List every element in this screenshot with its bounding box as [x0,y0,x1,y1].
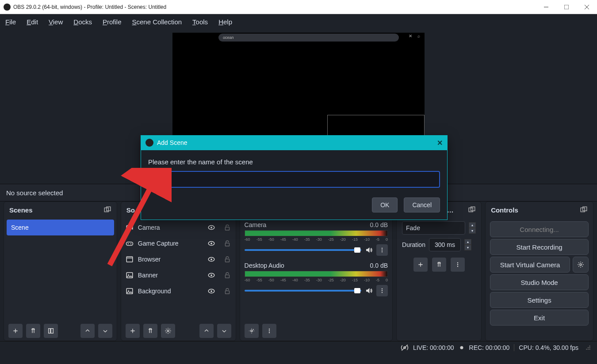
channel-menu-button[interactable] [376,285,388,296]
mixer-menu-button[interactable] [262,324,276,338]
popout-icon[interactable] [468,206,476,214]
resize-grip-icon[interactable] [586,345,591,350]
close-button[interactable] [577,0,597,14]
menu-view[interactable]: View [49,18,63,26]
svg-point-34 [210,290,212,292]
menu-docks[interactable]: Docks [73,18,92,26]
start-streaming-button[interactable]: Connecting... [490,221,589,237]
move-source-up-button[interactable] [199,324,214,338]
visibility-toggle[interactable] [207,255,215,263]
controls-dock: Controls Connecting... Start Recording S… [485,201,593,341]
scenes-dock: Scenes Scene [4,201,117,341]
settings-button[interactable]: Settings [490,292,589,308]
lock-toggle[interactable] [223,239,231,247]
ok-button[interactable]: OK [372,197,398,212]
popout-icon[interactable] [103,206,111,214]
add-source-button[interactable] [126,324,140,338]
menu-scene-collection[interactable]: Scene Collection [132,18,182,26]
svg-point-54 [457,266,458,267]
transition-spin[interactable]: ▴▾ [469,222,476,234]
add-transition-button[interactable] [413,258,428,272]
source-item[interactable]: Camera [121,220,236,235]
move-source-down-button[interactable] [217,324,231,338]
svg-point-53 [457,264,458,265]
maximize-button[interactable] [556,0,577,14]
svg-point-24 [210,258,212,260]
controls-title: Controls [491,206,518,214]
popout-icon[interactable] [580,206,588,214]
svg-point-40 [382,250,383,250]
cancel-button[interactable]: Cancel [404,197,440,212]
image-icon [126,271,134,279]
svg-point-42 [382,288,383,289]
obs-logo-icon [4,4,11,11]
stream-status-icon [401,344,409,352]
transition-menu-button[interactable] [451,258,465,272]
lock-toggle[interactable] [223,287,231,295]
svg-rect-25 [225,259,229,262]
source-item[interactable]: Game Capture [121,235,236,251]
sources-dock: So Camera Game Capture Browser Banner Ba… [121,201,236,341]
sources-list[interactable]: Camera Game Capture Browser Banner Backg… [121,218,236,321]
scene-name-input[interactable] [148,171,440,188]
menu-edit[interactable]: Edit [27,18,38,26]
speaker-icon[interactable] [365,246,373,254]
source-item[interactable]: Browser [121,251,236,267]
start-virtual-camera-button[interactable]: Start Virtual Camera [490,257,570,273]
record-status-icon [459,345,465,351]
virtual-camera-settings-button[interactable] [573,257,589,273]
remove-scene-button[interactable] [26,324,40,338]
move-scene-down-button[interactable] [98,324,112,338]
browser-close-icon: ✕ [409,34,412,38]
duration-spin[interactable]: ▴▾ [464,239,471,250]
visibility-toggle[interactable] [207,287,215,295]
lock-toggle[interactable] [223,271,231,279]
svg-point-29 [210,274,212,276]
volume-slider[interactable] [245,290,361,292]
duration-input[interactable]: 300 ms [429,238,461,251]
add-scene-button[interactable] [8,324,23,338]
start-recording-button[interactable]: Start Recording [490,239,589,255]
visibility-toggle[interactable] [207,224,215,231]
scene-item[interactable]: Scene [7,220,114,235]
visibility-toggle[interactable] [207,271,215,279]
channel-menu-button[interactable] [376,244,388,256]
speaker-icon[interactable] [365,287,373,295]
studio-mode-button[interactable]: Studio Mode [490,274,589,290]
window-titlebar: OBS 29.0.2 (64-bit, windows) - Profile: … [0,0,597,14]
transitions-dock: Scene Transiti… Fade ▴▾ Duration 300 ms … [396,201,482,341]
mixer-advanced-button[interactable] [245,324,259,338]
no-source-label: No source selected [6,189,63,197]
source-label: Background [138,288,171,295]
volume-slider[interactable] [245,249,361,251]
menu-tools[interactable]: Tools [192,18,208,26]
exit-button[interactable]: Exit [490,310,589,326]
menu-file[interactable]: File [5,18,16,26]
svg-point-65 [588,349,589,349]
remove-source-button[interactable] [143,324,157,338]
scenes-list[interactable]: Scene [4,218,117,321]
menu-profile[interactable]: Profile [103,18,122,26]
move-scene-up-button[interactable] [80,324,95,338]
channel-name: Camera [245,221,267,228]
svg-rect-11 [126,226,131,230]
source-item[interactable]: Banner [121,267,236,283]
source-item[interactable]: Background [121,283,236,299]
lock-toggle[interactable] [223,224,231,231]
svg-point-44 [382,292,383,293]
svg-point-27 [128,274,129,275]
vu-ticks: -60-55-50-45-40-35-30-25-20-15-10-50 [245,278,388,282]
gamepad-icon [126,239,134,247]
minimize-button[interactable] [536,0,556,14]
lock-toggle[interactable] [223,255,231,263]
svg-point-41 [382,251,383,252]
visibility-toggle[interactable] [207,239,215,247]
vu-meter [245,271,388,277]
transition-select[interactable]: Fade [402,221,465,235]
source-properties-button[interactable] [161,324,175,338]
duration-label: Duration [402,241,425,248]
menu-help[interactable]: Help [218,18,232,26]
dialog-close-button[interactable]: ✕ [437,139,443,147]
remove-transition-button[interactable] [432,258,446,272]
scene-filter-button[interactable] [44,324,58,338]
